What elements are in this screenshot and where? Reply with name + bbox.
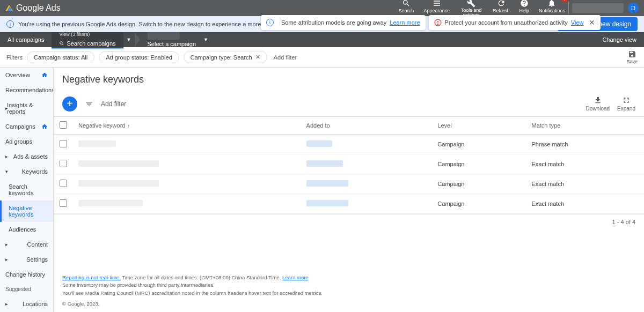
sidebar: Overview Recommendations ▸Insights & rep… xyxy=(0,68,54,312)
row-checkbox[interactable] xyxy=(60,180,67,187)
select-all-checkbox[interactable] xyxy=(60,121,67,129)
chevron-down-icon[interactable]: ▼ xyxy=(123,37,135,42)
alert-close-icon[interactable]: ✕ xyxy=(589,18,595,27)
appearance-icon xyxy=(433,0,441,8)
table-row[interactable]: Campaign Phrase match xyxy=(54,135,644,154)
home-icon xyxy=(41,123,48,130)
change-view-link[interactable]: Change view xyxy=(595,36,644,43)
search-icon xyxy=(59,41,64,46)
sidebar-item-ads-assets[interactable]: ▸Ads & assets xyxy=(0,149,53,164)
added-to-redacted xyxy=(306,160,343,167)
refresh-icon xyxy=(497,0,506,8)
sidebar-item-audiences[interactable]: Audiences xyxy=(0,222,53,237)
sidebar-item-adgroups[interactable]: Ad groups xyxy=(0,134,53,149)
sidebar-item-recommendations[interactable]: Recommendations xyxy=(0,83,53,98)
info-icon: i xyxy=(6,20,14,28)
google-ads-logo-icon xyxy=(5,5,13,11)
filter-chip-campaign-status[interactable]: Campaign status: All xyxy=(27,51,94,63)
sidebar-item-locations[interactable]: ▸Locations xyxy=(0,296,53,311)
app-header: Google Ads Search Appearance Tools and s… xyxy=(0,0,644,16)
sidebar-item-negative-keywords[interactable]: Negative keywords xyxy=(0,200,53,222)
breadcrumb: View (3 filters) Search campaigns ▼ Sele… xyxy=(52,31,208,49)
download-icon xyxy=(594,96,602,105)
pagination: 1 - 4 of 4 xyxy=(54,214,644,229)
row-checkbox[interactable] xyxy=(60,140,67,147)
expand-icon xyxy=(622,96,631,105)
all-campaigns-nav[interactable]: All campaigns xyxy=(0,32,52,47)
expand-button[interactable]: Expand xyxy=(617,96,635,112)
logo-area[interactable]: Google Ads xyxy=(5,3,61,13)
row-checkbox[interactable] xyxy=(60,160,67,167)
sidebar-item-campaigns[interactable]: Campaigns xyxy=(0,119,53,134)
column-match-type[interactable]: Match type xyxy=(526,117,645,135)
table-row[interactable]: Campaign Exact match xyxy=(54,174,644,194)
select-campaign-crumb[interactable]: Select a campaign xyxy=(140,32,204,47)
sidebar-item-keywords[interactable]: ▾Keywords xyxy=(0,164,53,179)
info-icon: i xyxy=(266,19,274,26)
keyword-redacted xyxy=(78,200,143,206)
column-added-to[interactable]: Added to xyxy=(301,117,433,135)
caret-right-icon: ▸ xyxy=(5,301,8,307)
caret-right-icon: ▸ xyxy=(5,154,8,159)
sidebar-suggested-label: Suggested xyxy=(0,282,53,296)
table-wrap: Negative keyword↑ Added to Level Match t… xyxy=(54,116,644,270)
filter-chip-campaign-type[interactable]: Campaign type: Search✕ xyxy=(184,51,267,63)
alert-protect: Protect your account from unauthorized a… xyxy=(429,15,601,30)
column-keyword[interactable]: Negative keyword↑ xyxy=(73,117,301,135)
added-to-redacted xyxy=(306,180,348,187)
sidebar-item-insights[interactable]: ▸Insights & reports xyxy=(0,98,53,119)
search-campaigns-crumb[interactable]: View (3 filters) Search campaigns xyxy=(52,31,123,49)
add-filter-link[interactable]: Add filter xyxy=(274,54,297,61)
table-row[interactable]: Campaign Exact match xyxy=(54,194,644,214)
save-icon xyxy=(628,50,636,58)
wrench-icon xyxy=(467,0,475,8)
negative-keywords-table: Negative keyword↑ Added to Level Match t… xyxy=(54,116,644,214)
keyword-redacted xyxy=(78,160,159,167)
avatar[interactable]: D xyxy=(628,3,639,13)
warning-icon xyxy=(434,19,442,26)
caret-right-icon: ▸ xyxy=(5,242,8,247)
added-to-redacted xyxy=(306,200,348,206)
account-name-redacted xyxy=(572,3,624,13)
campaign-name-redacted xyxy=(148,32,180,40)
header-divider xyxy=(568,2,569,14)
chevron-down-icon[interactable]: ▼ xyxy=(203,37,208,42)
filter-icon[interactable] xyxy=(85,100,93,108)
sidebar-item-content[interactable]: ▸Content xyxy=(0,237,53,252)
sidebar-item-search-keywords[interactable]: Search keywords xyxy=(0,179,53,200)
sidebar-item-change-history[interactable]: Change history xyxy=(0,267,53,282)
column-level[interactable]: Level xyxy=(432,117,526,135)
add-filter-button[interactable]: Add filter xyxy=(101,100,126,108)
sidebar-item-settings[interactable]: ▸Settings xyxy=(0,252,53,267)
row-checkbox[interactable] xyxy=(60,199,67,207)
alert-attribution: i Some attribution models are going away… xyxy=(261,15,426,30)
keyword-redacted xyxy=(78,180,159,187)
content-area: Negative keywords + Add filter Download … xyxy=(54,68,644,312)
add-button[interactable]: + xyxy=(62,96,77,112)
added-to-redacted xyxy=(306,140,332,147)
alert-view-link[interactable]: View xyxy=(571,19,584,26)
nav-bar: All campaigns View (3 filters) Search ca… xyxy=(0,32,644,47)
caret-down-icon: ▾ xyxy=(5,169,8,174)
toolbar: + Add filter Download Expand xyxy=(54,92,644,116)
account-area[interactable]: D xyxy=(572,3,639,13)
reporting-realtime-link[interactable]: Reporting is not real-time. xyxy=(62,274,121,280)
page-title: Negative keywords xyxy=(54,68,644,92)
close-icon[interactable]: ✕ xyxy=(255,54,260,61)
table-row[interactable]: Campaign Exact match xyxy=(54,154,644,174)
download-button[interactable]: Download xyxy=(586,96,610,112)
learn-more-link[interactable]: Learn more xyxy=(282,274,309,280)
caret-right-icon: ▸ xyxy=(5,257,8,262)
home-icon xyxy=(41,72,48,78)
save-button[interactable]: Save xyxy=(626,50,638,64)
footer: Reporting is not real-time. Time zone fo… xyxy=(54,270,644,312)
floating-alerts: i Some attribution models are going away… xyxy=(261,15,601,30)
help-icon xyxy=(520,0,529,8)
svg-point-2 xyxy=(437,24,438,24)
alert-learn-more-link[interactable]: Learn more xyxy=(390,19,420,26)
sidebar-item-overview[interactable]: Overview xyxy=(0,68,53,83)
search-icon xyxy=(402,0,411,8)
filters-label: Filters xyxy=(6,54,23,61)
filter-chip-adgroup-status[interactable]: Ad group status: Enabled xyxy=(99,51,179,63)
sort-arrow-up-icon: ↑ xyxy=(127,123,130,129)
